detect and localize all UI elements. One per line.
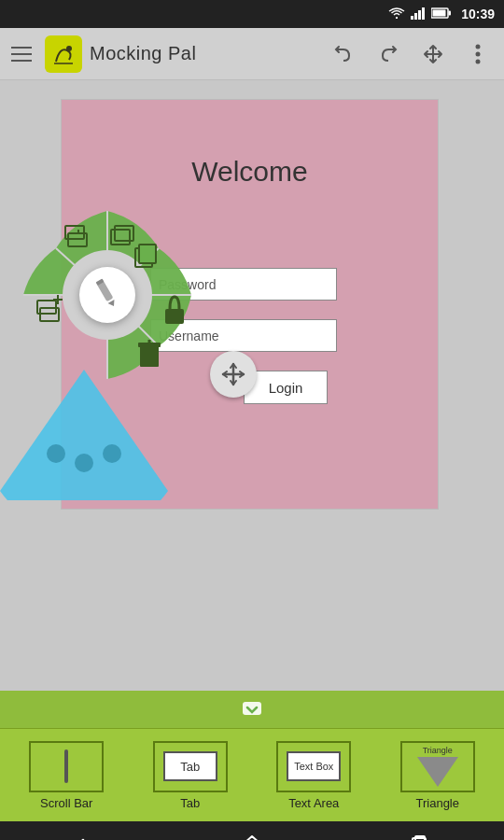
- bottom-palette: Scroll Bar Tab Tab Text Box Text Area Tr…: [0, 728, 504, 821]
- triangle-icon: Triangle: [411, 748, 465, 785]
- svg-point-10: [476, 44, 481, 49]
- tab-icon: Tab: [163, 751, 217, 781]
- triangle-shape: [417, 757, 458, 787]
- battery-icon: [431, 7, 452, 21]
- svg-point-40: [47, 444, 65, 463]
- textarea-label: Text Area: [288, 796, 339, 810]
- scroll-down-button[interactable]: [233, 695, 271, 723]
- svg-rect-5: [449, 10, 452, 15]
- recents-button[interactable]: [392, 826, 448, 840]
- palette-item-scrollbar[interactable]: Scroll Bar: [10, 734, 122, 818]
- app-logo: [45, 35, 82, 73]
- svg-point-41: [75, 454, 93, 472]
- redo-button[interactable]: [370, 35, 407, 73]
- svg-rect-6: [433, 9, 446, 16]
- back-button[interactable]: [56, 826, 112, 840]
- palette-item-triangle[interactable]: Triangle Triangle: [382, 734, 494, 818]
- svg-point-11: [476, 51, 481, 56]
- svg-rect-7: [49, 39, 78, 69]
- svg-point-12: [476, 59, 481, 63]
- svg-point-42: [103, 444, 121, 463]
- app-bar: Mocking Pal: [0, 28, 504, 80]
- triangle-label: Triangle: [416, 796, 459, 810]
- home-button[interactable]: [224, 826, 280, 840]
- svg-rect-25: [138, 343, 161, 347]
- triangle-icon-box: Triangle: [400, 741, 475, 792]
- hamburger-button[interactable]: [7, 39, 37, 69]
- svg-rect-3: [422, 7, 425, 20]
- overflow-menu-button[interactable]: [459, 35, 497, 73]
- textarea-icon-box: Text Box: [276, 741, 351, 792]
- svg-rect-1: [414, 13, 417, 20]
- scroll-indicator: [0, 691, 504, 728]
- palette-item-textarea[interactable]: Text Box Text Area: [258, 734, 370, 818]
- hamburger-line: [11, 53, 32, 55]
- hamburger-line: [11, 47, 32, 49]
- hamburger-line: [11, 60, 32, 62]
- scrollbar-label: Scroll Bar: [40, 796, 92, 810]
- radial-menu[interactable]: [0, 174, 229, 416]
- signal-icon: [411, 7, 426, 22]
- svg-rect-24: [140, 346, 159, 367]
- undo-button[interactable]: [325, 35, 362, 73]
- svg-rect-22: [139, 245, 156, 263]
- svg-rect-0: [411, 16, 413, 20]
- wifi-icon: [388, 7, 405, 22]
- move-handle[interactable]: [210, 351, 257, 398]
- app-title: Mocking Pal: [90, 43, 317, 64]
- palette-item-tab[interactable]: Tab Tab: [134, 734, 246, 818]
- status-bar: 10:39: [0, 0, 504, 28]
- scrollbar-icon: [64, 749, 68, 783]
- main-content: Welcome Password Username Login: [0, 80, 504, 691]
- svg-rect-2: [418, 10, 421, 20]
- tab-label: Tab: [180, 796, 200, 810]
- tab-icon-box: Tab: [153, 741, 228, 792]
- status-time: 10:39: [461, 7, 495, 21]
- nav-bar: [0, 821, 504, 840]
- svg-rect-23: [165, 309, 184, 324]
- svg-point-8: [66, 46, 72, 51]
- textbox-icon: Text Box: [287, 751, 341, 781]
- move-button[interactable]: [414, 35, 452, 73]
- scrollbar-icon-box: [29, 741, 104, 792]
